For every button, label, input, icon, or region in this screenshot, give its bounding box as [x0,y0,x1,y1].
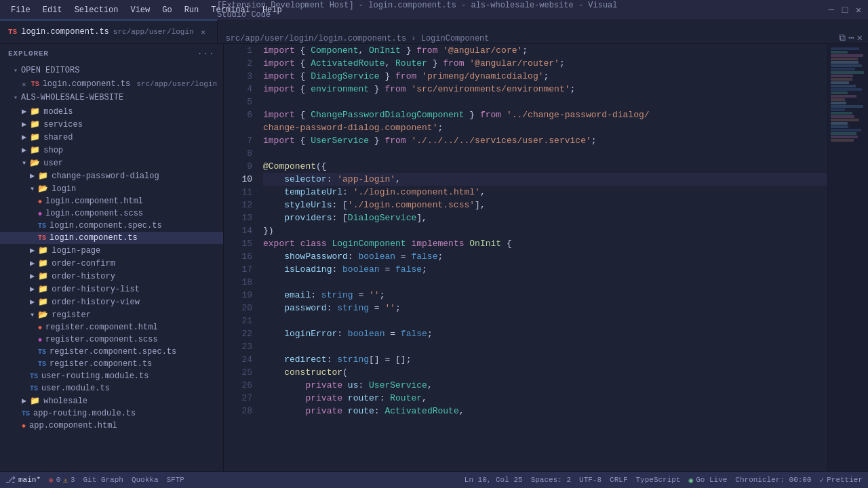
tree-app-component-html[interactable]: ◆ app.component.html [0,420,223,432]
code-line[interactable]: import { DialogService } from 'primeng/d… [263,70,827,83]
encoding[interactable]: UTF-8 [579,476,601,484]
tree-order-confirm[interactable]: ▶ 📁 order-confirm [0,257,223,270]
prettier-icon: ✓ [820,476,825,485]
code-line[interactable]: import { environment } from 'src/environ… [263,83,827,96]
menu-edit[interactable]: Edit [37,4,68,16]
maximize-button[interactable]: □ [841,6,849,14]
indentation[interactable]: Spaces: 2 [531,476,571,484]
code-line[interactable]: styleUrls: ['./login.component.scss'], [263,199,827,211]
menu-file[interactable]: File [5,4,36,16]
menu-selection[interactable]: Selection [69,4,124,16]
code-editor[interactable]: 1234567891011121314151617181920212223242… [224,44,868,471]
tree-login-component-ts[interactable]: TS login.component.ts [0,232,223,244]
tree-order-history[interactable]: ▶ 📁 order-history [0,270,223,283]
git-branch[interactable]: ⎇ main* [5,474,41,485]
chronicler-button[interactable]: Chronicler: 00:00 [735,476,811,484]
language-mode[interactable]: TypeScript [635,476,680,484]
tree-register-ts[interactable]: TS register.component.ts [0,358,223,370]
git-graph-button[interactable]: Git Graph [83,476,123,484]
sidebar-more-button[interactable]: ··· [197,49,215,58]
project-section[interactable]: ▾ ALS-WHOLESALE-WEBSITE [0,90,223,105]
code-line[interactable]: }) [263,224,827,237]
menu-go[interactable]: Go [157,4,177,16]
close-icon[interactable]: ✕ [22,80,26,89]
line-number: 23 [224,340,252,353]
open-editors-section[interactable]: ▾ OPEN EDITORS [0,63,223,78]
code-line[interactable]: templateUrl: './login.component.html', [263,186,827,199]
line-number: 8 [224,147,252,160]
tree-login-scss[interactable]: ◆ login.component.scss [0,207,223,220]
tree-login-html[interactable]: ◆ login.component.html [0,195,223,207]
code-line[interactable]: import { ChangePasswordDialogComponent }… [263,108,827,121]
tree-change-password-dialog[interactable]: ▶ 📁 change-password-dialog [0,169,223,182]
code-line[interactable]: private route: ActivatedRoute, [263,405,827,418]
code-line[interactable]: @Component({ [263,160,827,173]
tree-login[interactable]: ▾ 📂 login [0,182,223,195]
tree-services[interactable]: ▶ 📁 services [0,118,223,131]
cursor-position[interactable]: Ln 10, Col 25 [465,476,523,484]
tree-login-page[interactable]: ▶ 📁 login-page [0,244,223,257]
minimap-line [831,92,848,94]
menu-view[interactable]: View [125,4,155,16]
split-editor-button[interactable]: ⧉ [839,33,846,43]
code-line[interactable]: import { ActivatedRoute, Router } from '… [263,57,827,70]
tab-close-button[interactable]: ✕ [198,26,209,37]
tree-wholesale[interactable]: ▶ 📁 wholesale [0,394,223,407]
tab-login-component-ts[interactable]: TS login.component.ts src/app/user/login… [0,20,218,43]
quokka-button[interactable]: Quokka [132,476,159,484]
code-line[interactable]: private router: Router, [263,392,827,405]
code-line[interactable]: export class LoginComponent implements O… [263,237,827,250]
token: { [295,134,311,147]
tree-user-module[interactable]: TS user.module.ts [0,382,223,394]
tree-register[interactable]: ▾ 📂 register [0,308,223,321]
tree-login-spec[interactable]: TS login.component.spec.ts [0,220,223,232]
tree-register-spec[interactable]: TS register.component.spec.ts [0,346,223,358]
code-line[interactable] [263,96,827,108]
token: ], [475,199,486,211]
code-line[interactable]: password: string = ''; [263,302,827,314]
code-line[interactable]: loginError: boolean = false; [263,327,827,340]
code-line[interactable]: redirect: string[] = []; [263,353,827,366]
errors-warnings[interactable]: ⊗ 0 ⚠ 3 [49,476,75,485]
close-panel-button[interactable]: ✕ [857,32,863,43]
code-line[interactable] [263,276,827,289]
more-actions-button[interactable]: ⋯ [848,32,854,43]
menu-run[interactable]: Run [179,4,205,16]
code-line[interactable]: constructor( [263,366,827,379]
prettier-button[interactable]: ✓ Prettier [820,476,863,485]
token: import [263,57,295,70]
code-line[interactable]: change-password-dialog.component'; [263,121,827,134]
code-line[interactable] [263,147,827,160]
tree-user[interactable]: ▾ 📂 user [0,157,223,169]
code-line[interactable]: isLoading: boolean = false; [263,263,827,276]
go-live-button[interactable]: ◉ Go Live [689,476,728,485]
token: = [384,327,400,340]
open-editor-login-ts[interactable]: ✕ TS login.component.ts src/app/user/log… [0,78,223,90]
code-line[interactable]: selector: 'app-login', [263,173,827,186]
close-button[interactable]: ✕ [854,6,863,14]
tree-order-history-view[interactable]: ▶ 📁 order-history-view [0,296,223,308]
code-line[interactable]: showPassword: boolean = false; [263,250,827,263]
minimize-button[interactable]: ─ [827,6,835,14]
tree-shop[interactable]: ▶ 📁 shop [0,144,223,157]
sftp-button[interactable]: SFTP [167,476,184,484]
code-line[interactable]: email: string = ''; [263,289,827,302]
code-line[interactable]: providers: [DialogService], [263,211,827,224]
code-line[interactable]: import { UserService } from './../../../… [263,134,827,147]
line-ending[interactable]: CRLF [610,476,627,484]
tree-order-history-list[interactable]: ▶ 📁 order-history-list [0,283,223,296]
tree-models[interactable]: ▶ 📁 models [0,105,223,118]
code-line[interactable] [263,314,827,327]
token: '' [369,289,380,302]
token: DialogService [348,211,416,224]
code-line[interactable] [263,340,827,353]
tree-register-html[interactable]: ◆ register.component.html [0,321,223,333]
code-content[interactable]: import { Component, OnInit } from '@angu… [258,44,827,471]
tree-user-routing[interactable]: TS user-routing.module.ts [0,370,223,382]
tree-shared[interactable]: ▶ 📁 shared [0,131,223,144]
tree-item-label: wholesale [43,396,87,406]
tree-register-scss[interactable]: ◆ register.component.scss [0,333,223,346]
tree-app-routing[interactable]: TS app-routing.module.ts [0,407,223,420]
code-line[interactable]: private us: UserService, [263,379,827,392]
code-line[interactable]: import { Component, OnInit } from '@angu… [263,44,827,57]
